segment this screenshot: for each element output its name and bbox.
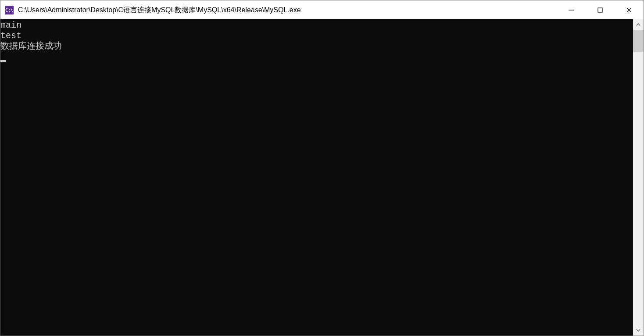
scroll-track[interactable] — [633, 30, 644, 325]
vertical-scrollbar[interactable] — [633, 19, 644, 336]
titlebar: C:\ C:\Users\Administrator\Desktop\C语言连接… — [0, 0, 644, 20]
console-output[interactable]: maintest数据库连接成功 — [0, 19, 633, 336]
minimize-icon — [568, 7, 574, 13]
maximize-icon — [597, 7, 603, 13]
window-title: C:\Users\Administrator\Desktop\C语言连接MySQ… — [18, 6, 301, 15]
close-button[interactable] — [615, 0, 644, 20]
cursor — [0, 60, 6, 62]
scroll-up-button[interactable] — [633, 19, 644, 30]
scroll-thumb[interactable] — [633, 30, 644, 52]
app-icon-label: C:\ — [5, 8, 13, 13]
window-controls — [557, 0, 644, 20]
console-line: main — [0, 20, 633, 31]
app-icon: C:\ — [5, 6, 14, 14]
close-icon — [626, 7, 632, 13]
console-line: 数据库连接成功 — [0, 41, 633, 52]
minimize-button[interactable] — [557, 0, 586, 20]
chevron-up-icon — [636, 22, 640, 27]
console-line: test — [0, 31, 633, 41]
chevron-down-icon — [636, 328, 640, 332]
svg-rect-1 — [598, 8, 602, 12]
maximize-button[interactable] — [586, 0, 615, 20]
console-area: maintest数据库连接成功 — [0, 19, 644, 336]
scroll-down-button[interactable] — [633, 325, 644, 336]
